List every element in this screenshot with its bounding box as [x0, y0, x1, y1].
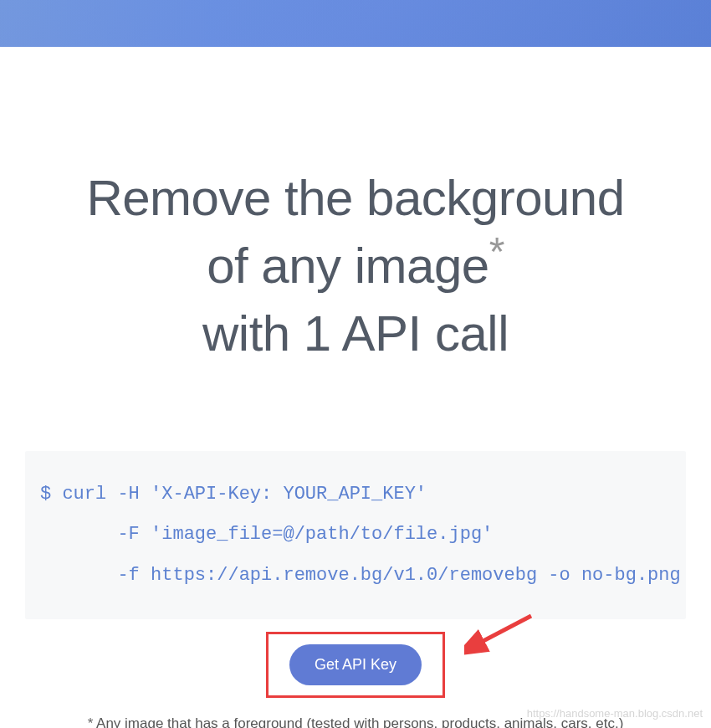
headline-line2: of any image	[207, 238, 489, 294]
code-example: $ curl -H 'X-API-Key: YOUR_API_KEY' -F '…	[25, 451, 686, 619]
asterisk-icon: *	[489, 229, 504, 274]
code-line-1: $ curl -H 'X-API-Key: YOUR_API_KEY'	[40, 474, 671, 515]
watermark: https://handsome-man.blog.csdn.net	[527, 707, 703, 720]
headline-line1: Remove the background	[86, 170, 624, 226]
main-content: Remove the background of any image* with…	[0, 47, 711, 728]
page-headline: Remove the background of any image* with…	[25, 164, 686, 367]
code-line-3: -f https://api.remove.bg/v1.0/removebg -…	[40, 556, 671, 596]
footnote-marker: *	[88, 715, 96, 728]
get-api-key-button[interactable]: Get API Key	[289, 644, 422, 685]
headline-line3: with 1 API call	[202, 305, 509, 361]
button-wrapper: Get API Key	[289, 644, 422, 685]
hero-banner	[0, 0, 711, 47]
code-line-2: -F 'image_file=@/path/to/file.jpg'	[40, 515, 671, 555]
